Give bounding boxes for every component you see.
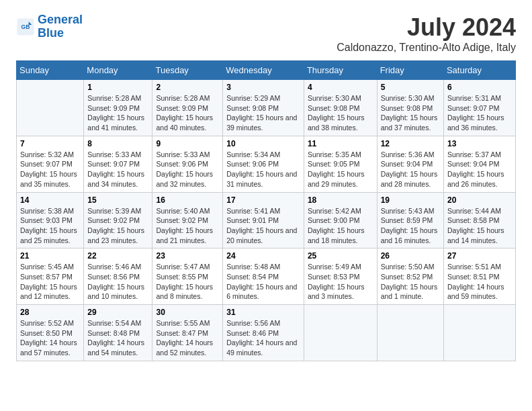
calendar-cell [304, 305, 377, 361]
calendar-cell: 7Sunrise: 5:32 AM Sunset: 9:07 PM Daylig… [17, 136, 84, 192]
calendar-cell: 2Sunrise: 5:28 AM Sunset: 9:09 PM Daylig… [152, 80, 223, 136]
day-number: 27 [447, 251, 512, 261]
calendar-cell: 1Sunrise: 5:28 AM Sunset: 9:09 PM Daylig… [84, 80, 152, 136]
logo-text: General Blue [38, 13, 83, 40]
day-info: Sunrise: 5:42 AM Sunset: 9:00 PM Dayligh… [308, 206, 373, 246]
day-header-tuesday: Tuesday [152, 61, 223, 80]
day-info: Sunrise: 5:51 AM Sunset: 8:51 PM Dayligh… [447, 262, 512, 302]
day-info: Sunrise: 5:47 AM Sunset: 8:55 PM Dayligh… [156, 262, 219, 302]
day-number: 22 [87, 251, 148, 261]
day-number: 21 [20, 251, 80, 261]
day-number: 17 [226, 195, 300, 205]
day-number: 2 [156, 83, 219, 92]
day-info: Sunrise: 5:28 AM Sunset: 9:09 PM Dayligh… [156, 93, 219, 133]
day-number: 25 [308, 251, 373, 261]
day-info: Sunrise: 5:33 AM Sunset: 9:06 PM Dayligh… [156, 150, 219, 189]
day-info: Sunrise: 5:33 AM Sunset: 9:07 PM Dayligh… [87, 150, 148, 189]
calendar-cell: 25Sunrise: 5:49 AM Sunset: 8:53 PM Dayli… [304, 248, 377, 305]
day-info: Sunrise: 5:29 AM Sunset: 9:08 PM Dayligh… [226, 93, 300, 133]
day-number: 3 [226, 83, 300, 92]
calendar-cell: 18Sunrise: 5:42 AM Sunset: 9:00 PM Dayli… [304, 192, 377, 248]
week-row-4: 21Sunrise: 5:45 AM Sunset: 8:57 PM Dayli… [17, 248, 516, 305]
calendar-cell: 12Sunrise: 5:36 AM Sunset: 9:04 PM Dayli… [377, 136, 443, 192]
day-info: Sunrise: 5:30 AM Sunset: 9:08 PM Dayligh… [308, 93, 373, 133]
day-info: Sunrise: 5:34 AM Sunset: 9:06 PM Dayligh… [226, 150, 300, 189]
calendar-cell: 15Sunrise: 5:39 AM Sunset: 9:02 PM Dayli… [84, 192, 152, 248]
calendar-cell: 11Sunrise: 5:35 AM Sunset: 9:05 PM Dayli… [304, 136, 377, 192]
calendar-cell: 30Sunrise: 5:55 AM Sunset: 8:47 PM Dayli… [152, 305, 223, 361]
day-number: 15 [87, 195, 148, 205]
day-info: Sunrise: 5:55 AM Sunset: 8:47 PM Dayligh… [156, 318, 219, 358]
day-number: 6 [447, 83, 512, 92]
day-number: 28 [20, 308, 80, 317]
day-info: Sunrise: 5:38 AM Sunset: 9:03 PM Dayligh… [20, 206, 80, 246]
week-row-1: 1Sunrise: 5:28 AM Sunset: 9:09 PM Daylig… [17, 80, 516, 136]
calendar-cell: 29Sunrise: 5:54 AM Sunset: 8:48 PM Dayli… [84, 305, 152, 361]
calendar-cell: 8Sunrise: 5:33 AM Sunset: 9:07 PM Daylig… [84, 136, 152, 192]
calendar-cell: 3Sunrise: 5:29 AM Sunset: 9:08 PM Daylig… [223, 80, 304, 136]
day-info: Sunrise: 5:54 AM Sunset: 8:48 PM Dayligh… [87, 318, 148, 358]
calendar-cell: 22Sunrise: 5:46 AM Sunset: 8:56 PM Dayli… [84, 248, 152, 305]
day-info: Sunrise: 5:43 AM Sunset: 8:59 PM Dayligh… [381, 206, 440, 246]
day-info: Sunrise: 5:45 AM Sunset: 8:57 PM Dayligh… [20, 262, 80, 302]
week-row-5: 28Sunrise: 5:52 AM Sunset: 8:50 PM Dayli… [17, 305, 516, 361]
calendar-cell: 6Sunrise: 5:31 AM Sunset: 9:07 PM Daylig… [443, 80, 515, 136]
calendar-cell: 19Sunrise: 5:43 AM Sunset: 8:59 PM Dayli… [377, 192, 443, 248]
calendar-cell: 16Sunrise: 5:40 AM Sunset: 9:02 PM Dayli… [152, 192, 223, 248]
calendar-cell: 20Sunrise: 5:44 AM Sunset: 8:58 PM Dayli… [443, 192, 515, 248]
calendar-cell: 9Sunrise: 5:33 AM Sunset: 9:06 PM Daylig… [152, 136, 223, 192]
day-info: Sunrise: 5:49 AM Sunset: 8:53 PM Dayligh… [308, 262, 373, 302]
day-number: 23 [156, 251, 219, 261]
day-number: 7 [20, 139, 80, 148]
day-number: 30 [156, 308, 219, 317]
calendar-cell: 21Sunrise: 5:45 AM Sunset: 8:57 PM Dayli… [17, 248, 84, 305]
day-info: Sunrise: 5:46 AM Sunset: 8:56 PM Dayligh… [87, 262, 148, 302]
header: GB General Blue July 2024 Caldonazzo, Tr… [16, 13, 516, 54]
day-header-friday: Friday [377, 61, 443, 80]
calendar-cell: 26Sunrise: 5:50 AM Sunset: 8:52 PM Dayli… [377, 248, 443, 305]
day-number: 19 [381, 195, 440, 205]
calendar-cell: 27Sunrise: 5:51 AM Sunset: 8:51 PM Dayli… [443, 248, 515, 305]
day-header-thursday: Thursday [304, 61, 377, 80]
day-number: 8 [87, 139, 148, 148]
day-header-wednesday: Wednesday [223, 61, 304, 80]
page-title: July 2024 [337, 13, 516, 42]
logo: GB General Blue [16, 13, 83, 40]
day-info: Sunrise: 5:52 AM Sunset: 8:50 PM Dayligh… [20, 318, 80, 358]
day-info: Sunrise: 5:35 AM Sunset: 9:05 PM Dayligh… [308, 150, 373, 189]
day-number: 9 [156, 139, 219, 148]
calendar-cell [17, 80, 84, 136]
header-row: SundayMondayTuesdayWednesdayThursdayFrid… [17, 61, 516, 80]
day-header-sunday: Sunday [17, 61, 84, 80]
day-number: 20 [447, 195, 512, 205]
calendar-cell: 28Sunrise: 5:52 AM Sunset: 8:50 PM Dayli… [17, 305, 84, 361]
week-row-3: 14Sunrise: 5:38 AM Sunset: 9:03 PM Dayli… [17, 192, 516, 248]
calendar-cell: 24Sunrise: 5:48 AM Sunset: 8:54 PM Dayli… [223, 248, 304, 305]
day-number: 31 [226, 308, 300, 317]
day-info: Sunrise: 5:41 AM Sunset: 9:01 PM Dayligh… [226, 206, 300, 246]
calendar-cell: 5Sunrise: 5:30 AM Sunset: 9:08 PM Daylig… [377, 80, 443, 136]
calendar-cell: 14Sunrise: 5:38 AM Sunset: 9:03 PM Dayli… [17, 192, 84, 248]
calendar-cell: 13Sunrise: 5:37 AM Sunset: 9:04 PM Dayli… [443, 136, 515, 192]
calendar-cell: 31Sunrise: 5:56 AM Sunset: 8:46 PM Dayli… [223, 305, 304, 361]
calendar-cell [443, 305, 515, 361]
day-number: 12 [381, 139, 440, 148]
day-number: 1 [87, 83, 148, 92]
day-number: 5 [381, 83, 440, 92]
day-info: Sunrise: 5:30 AM Sunset: 9:08 PM Dayligh… [381, 93, 440, 133]
day-header-saturday: Saturday [443, 61, 515, 80]
day-number: 29 [87, 308, 148, 317]
day-info: Sunrise: 5:36 AM Sunset: 9:04 PM Dayligh… [381, 150, 440, 189]
day-number: 24 [226, 251, 300, 261]
day-info: Sunrise: 5:56 AM Sunset: 8:46 PM Dayligh… [226, 318, 300, 358]
day-info: Sunrise: 5:31 AM Sunset: 9:07 PM Dayligh… [447, 93, 512, 133]
svg-text:GB: GB [21, 24, 30, 30]
day-info: Sunrise: 5:37 AM Sunset: 9:04 PM Dayligh… [447, 150, 512, 189]
day-info: Sunrise: 5:28 AM Sunset: 9:09 PM Dayligh… [87, 93, 148, 133]
day-info: Sunrise: 5:40 AM Sunset: 9:02 PM Dayligh… [156, 206, 219, 246]
calendar-cell: 10Sunrise: 5:34 AM Sunset: 9:06 PM Dayli… [223, 136, 304, 192]
day-number: 10 [226, 139, 300, 148]
title-area: July 2024 Caldonazzo, Trentino-Alto Adig… [337, 13, 516, 54]
day-number: 26 [381, 251, 440, 261]
page-subtitle: Caldonazzo, Trentino-Alto Adige, Italy [337, 42, 516, 54]
